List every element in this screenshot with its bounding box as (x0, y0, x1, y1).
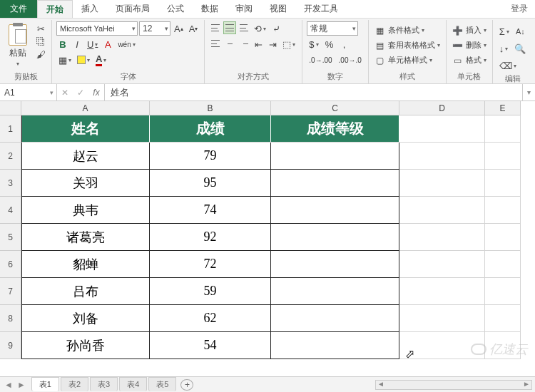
row-header-3[interactable]: 3 (0, 170, 21, 197)
row-header-7[interactable]: 7 (0, 278, 21, 305)
insert-cells-button[interactable]: ➕插入▾ (451, 24, 488, 36)
enter-formula-icon[interactable]: ✓ (73, 88, 88, 98)
clear-button[interactable]: ⌫ (497, 58, 519, 73)
empty-cell[interactable] (399, 278, 485, 305)
font-color-a[interactable]: A (101, 37, 114, 51)
find-select-button[interactable]: 🔍 (512, 41, 528, 56)
tab-review[interactable]: 审阅 (227, 0, 261, 18)
table-cell[interactable]: 吕布 (21, 278, 150, 305)
new-sheet-button[interactable]: + (180, 379, 193, 391)
table-cell[interactable]: 诸葛亮 (21, 224, 150, 251)
table-cell[interactable]: 赵云 (21, 143, 150, 170)
number-format-combo[interactable]: 常规▾ (307, 21, 358, 36)
sort-filter-button[interactable]: A↓ (514, 24, 527, 38)
column-header-A[interactable]: A (21, 101, 150, 115)
sheet-tab[interactable]: 表5 (148, 377, 176, 391)
table-header-cell[interactable]: 姓名 (21, 115, 150, 143)
expand-formula-bar-icon[interactable]: ▾ (522, 84, 535, 100)
sheet-nav-first-icon[interactable]: ◄ (4, 380, 13, 390)
decrease-font-icon[interactable]: A▾ (187, 21, 200, 36)
row-header-5[interactable]: 5 (0, 224, 21, 251)
percent-format-icon[interactable]: % (323, 37, 336, 51)
empty-cell[interactable] (485, 251, 521, 278)
tab-home[interactable]: 开始 (37, 0, 73, 18)
empty-cell[interactable] (399, 115, 485, 143)
cut-icon[interactable]: ✂ (34, 23, 47, 34)
tab-insert[interactable]: 插入 (73, 0, 107, 18)
orientation-button[interactable]: ⟲ (252, 21, 268, 36)
italic-button[interactable]: I (71, 37, 83, 51)
name-box[interactable]: A1▾ (0, 84, 57, 100)
tab-page-layout[interactable]: 页面布局 (107, 0, 158, 18)
font-size-combo[interactable]: 12▾ (139, 21, 170, 36)
tab-view[interactable]: 视图 (261, 0, 295, 18)
comma-format-icon[interactable]: , (338, 37, 351, 51)
align-bottom-icon[interactable] (238, 21, 250, 34)
cell-styles-button[interactable]: ▢单元格样式▾ (373, 54, 434, 66)
table-cell[interactable]: 貂蝉 (21, 251, 150, 278)
empty-cell[interactable] (485, 224, 521, 251)
table-header-cell[interactable]: 成绩 (150, 115, 271, 143)
empty-cell[interactable] (485, 115, 521, 143)
empty-cell[interactable] (485, 278, 521, 305)
bold-button[interactable]: B (56, 37, 69, 51)
increase-decimal-icon[interactable]: .0→.00 (307, 53, 334, 67)
sheet-tab[interactable]: 表4 (119, 377, 147, 391)
format-as-table-button[interactable]: ▤套用表格格式▾ (373, 39, 442, 51)
sheet-tab[interactable]: 表1 (31, 377, 59, 391)
table-cell[interactable]: 79 (150, 143, 271, 170)
empty-cell[interactable] (399, 332, 485, 359)
delete-cells-button[interactable]: ➖删除▾ (451, 39, 488, 51)
empty-cell[interactable] (485, 143, 521, 170)
tab-data[interactable]: 数据 (193, 0, 227, 18)
table-cell[interactable]: 关羽 (21, 170, 150, 197)
column-header-D[interactable]: D (399, 101, 485, 115)
copy-icon[interactable]: ⿻ (34, 36, 47, 47)
table-cell[interactable]: 刘备 (21, 305, 150, 332)
decrease-decimal-icon[interactable]: .00→.0 (337, 53, 364, 67)
file-menu[interactable]: 文件 (0, 0, 37, 18)
increase-font-icon[interactable]: A▴ (172, 21, 185, 36)
format-cells-button[interactable]: ▭格式▾ (451, 54, 488, 66)
sheet-tab[interactable]: 表3 (90, 377, 118, 391)
table-cell[interactable]: 孙尚香 (21, 332, 150, 359)
table-cell[interactable] (271, 251, 399, 278)
sheet-nav-last-icon[interactable]: ► (17, 380, 26, 390)
table-cell[interactable]: 59 (150, 278, 271, 305)
autosum-button[interactable]: Σ (497, 24, 511, 38)
table-cell[interactable]: 92 (150, 224, 271, 251)
cancel-formula-icon[interactable]: ✕ (57, 88, 73, 98)
table-cell[interactable]: 62 (150, 305, 271, 332)
empty-cell[interactable] (485, 305, 521, 332)
table-cell[interactable] (271, 143, 399, 170)
align-center-icon[interactable] (223, 37, 236, 50)
table-cell[interactable] (271, 224, 399, 251)
formula-input[interactable]: 姓名 (105, 84, 522, 100)
column-header-C[interactable]: C (271, 101, 399, 115)
login-link[interactable]: 登录 (504, 0, 535, 18)
row-header-8[interactable]: 8 (0, 305, 21, 332)
table-header-cell[interactable]: 成绩等级 (271, 115, 399, 143)
paste-button[interactable]: 粘贴 ▾ (4, 21, 31, 67)
tab-formulas[interactable]: 公式 (158, 0, 193, 18)
insert-function-icon[interactable]: fx (88, 88, 104, 98)
cells-area[interactable]: 姓名成绩成绩等级赵云79关羽95典韦74诸葛亮92貂蝉72吕布59刘备62孙尚香… (21, 115, 521, 359)
format-painter-icon[interactable]: 🖌 (34, 48, 47, 60)
table-cell[interactable]: 95 (150, 170, 271, 197)
font-color-button[interactable]: A (93, 53, 108, 67)
table-cell[interactable] (271, 305, 399, 332)
align-right-icon[interactable] (238, 37, 250, 50)
wrap-text-button[interactable]: ⤶ (270, 21, 282, 36)
fill-button[interactable]: ↓ (497, 41, 511, 56)
decrease-indent-icon[interactable]: ⇤ (252, 37, 265, 51)
empty-cell[interactable] (485, 332, 521, 359)
sheet-tab[interactable]: 表2 (61, 377, 88, 391)
empty-cell[interactable] (399, 197, 485, 224)
font-name-combo[interactable]: Microsoft YaHei▾ (56, 21, 138, 36)
align-middle-icon[interactable] (223, 21, 236, 34)
table-cell[interactable]: 54 (150, 332, 271, 359)
accounting-format-icon[interactable]: $ (307, 37, 320, 51)
row-header-6[interactable]: 6 (0, 251, 21, 278)
row-header-1[interactable]: 1 (0, 115, 21, 143)
column-header-B[interactable]: B (150, 101, 271, 115)
